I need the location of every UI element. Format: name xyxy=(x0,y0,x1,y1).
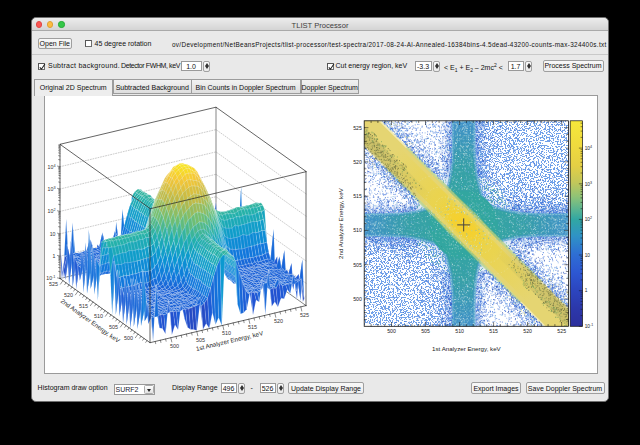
svg-text:500: 500 xyxy=(387,328,396,334)
svg-text:505: 505 xyxy=(353,262,362,268)
svg-text:2nd Analyzer Energy, keV: 2nd Analyzer Energy, keV xyxy=(337,187,344,259)
svg-text:520: 520 xyxy=(64,292,73,298)
svg-text:1st Analyzer Energy, keV: 1st Analyzer Energy, keV xyxy=(432,345,502,352)
svg-text:10-1: 10-1 xyxy=(585,323,594,329)
svg-text:525: 525 xyxy=(300,312,309,318)
svg-text:525: 525 xyxy=(49,281,58,287)
svg-text:102: 102 xyxy=(585,216,592,222)
svg-text:500: 500 xyxy=(124,335,133,341)
svg-text:510: 510 xyxy=(353,227,362,233)
svg-text:102: 102 xyxy=(48,208,56,214)
svg-text:520: 520 xyxy=(523,328,532,334)
svg-text:104: 104 xyxy=(585,145,592,151)
svg-text:510: 510 xyxy=(94,313,103,319)
svg-text:520: 520 xyxy=(274,318,283,324)
svg-text:103: 103 xyxy=(48,186,56,192)
svg-text:500: 500 xyxy=(353,296,362,302)
svg-text:515: 515 xyxy=(489,328,498,334)
svg-text:525: 525 xyxy=(557,328,566,334)
svg-text:515: 515 xyxy=(248,324,257,330)
svg-text:505: 505 xyxy=(196,337,205,343)
svg-text:1: 1 xyxy=(585,288,588,293)
svg-text:104: 104 xyxy=(48,164,56,170)
svg-text:515: 515 xyxy=(353,193,362,199)
svg-text:500: 500 xyxy=(170,343,179,349)
svg-text:515: 515 xyxy=(79,303,88,309)
svg-text:10: 10 xyxy=(50,231,56,237)
svg-text:510: 510 xyxy=(455,328,464,334)
svg-text:520: 520 xyxy=(353,159,362,165)
svg-text:510: 510 xyxy=(222,330,231,336)
svg-text:505: 505 xyxy=(109,324,118,330)
svg-text:103: 103 xyxy=(585,181,592,187)
svg-text:10: 10 xyxy=(585,253,591,258)
svg-text:1: 1 xyxy=(53,253,56,259)
svg-text:505: 505 xyxy=(421,328,430,334)
svg-text:525: 525 xyxy=(353,125,362,131)
